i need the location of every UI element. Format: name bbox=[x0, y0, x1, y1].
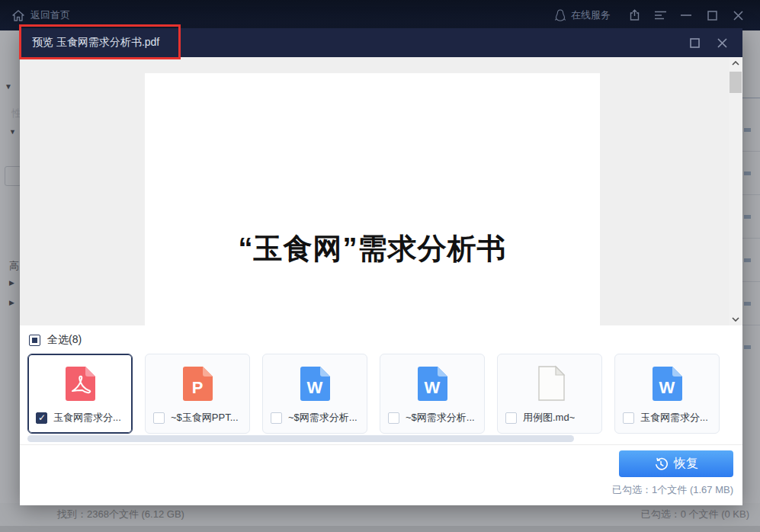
dialog-maximize-button[interactable] bbox=[685, 33, 704, 53]
file-card[interactable]: P ~$玉食网PPT... bbox=[145, 354, 250, 434]
select-all-label: 全选(8) bbox=[47, 333, 82, 347]
pdf-file-icon bbox=[63, 364, 99, 402]
file-card[interactable]: 用例图.md~ bbox=[497, 354, 602, 434]
file-checkbox[interactable] bbox=[623, 412, 634, 424]
status-bar-bottom-strip bbox=[0, 526, 760, 532]
list-icon-remnant bbox=[744, 345, 751, 349]
list-icon-remnant bbox=[744, 128, 751, 132]
online-service-button[interactable]: 在线服务 bbox=[554, 8, 611, 22]
ppt-file-icon: P bbox=[180, 364, 216, 402]
list-icon-remnant bbox=[744, 302, 751, 306]
expand-arrow-icon: ▶ bbox=[9, 299, 14, 306]
file-checkbox[interactable] bbox=[153, 412, 165, 424]
list-icon-remnant bbox=[744, 258, 751, 262]
pdf-page: “玉食网”需求分析书 bbox=[145, 73, 600, 325]
qq-penguin-icon bbox=[554, 9, 566, 22]
dialog-title: 预览 玉食网需求分析书.pdf bbox=[20, 36, 159, 50]
sidebar-partial-glyph: 高 bbox=[9, 259, 19, 273]
word-file-icon: W bbox=[297, 364, 334, 402]
file-card-strip: 玉食网需求分... P ~$玉食网PPT... W bbox=[20, 354, 742, 434]
file-card[interactable]: W ~$网需求分析... bbox=[262, 354, 367, 434]
file-checkbox[interactable] bbox=[271, 412, 282, 424]
dialog-selected-summary: 已勾选：1个文件 (1.67 MB) bbox=[612, 483, 733, 497]
back-home-label: 返回首页 bbox=[30, 8, 70, 22]
file-name: 玉食网需求分... bbox=[640, 411, 708, 425]
sidebar-button-outline bbox=[5, 166, 21, 186]
file-name: ~$玉食网PPT... bbox=[171, 411, 239, 425]
footer-divider bbox=[20, 444, 742, 445]
back-home-button[interactable]: 返回首页 bbox=[0, 8, 70, 22]
list-icon-remnant bbox=[744, 171, 751, 175]
file-name: 用例图.md~ bbox=[523, 411, 575, 425]
horizontal-scrollbar-thumb[interactable] bbox=[27, 435, 574, 442]
app-titlebar: 返回首页 在线服务 bbox=[0, 0, 760, 30]
restore-button-label: 恢复 bbox=[674, 456, 698, 472]
file-checkbox[interactable] bbox=[505, 412, 517, 424]
scroll-down-icon[interactable] bbox=[729, 313, 742, 325]
restore-history-icon bbox=[654, 457, 668, 471]
home-icon bbox=[12, 10, 24, 21]
scroll-up-icon[interactable] bbox=[729, 57, 742, 69]
file-checkbox[interactable] bbox=[36, 412, 47, 424]
svg-text:P: P bbox=[192, 378, 204, 397]
file-name: ~$网需求分析... bbox=[288, 411, 358, 425]
svg-text:W: W bbox=[307, 378, 323, 397]
file-name: 玉食网需求分... bbox=[53, 411, 121, 425]
selected-files-text: 已勾选：0 个文件 (0 KB) bbox=[641, 508, 749, 521]
file-card[interactable]: 玉食网需求分... bbox=[27, 354, 133, 434]
maximize-button[interactable] bbox=[699, 0, 725, 30]
file-card[interactable]: W 玉食网需求分... bbox=[614, 354, 720, 434]
restore-button[interactable]: 恢复 bbox=[619, 450, 733, 477]
expand-arrow-icon: ▶ bbox=[9, 279, 14, 287]
word-file-icon: W bbox=[415, 364, 451, 402]
file-card[interactable]: W ~$网需求分析... bbox=[380, 354, 485, 434]
menu-icon[interactable] bbox=[647, 0, 673, 30]
pdf-document-title: “玉食网”需求分析书 bbox=[145, 229, 600, 268]
file-checkbox[interactable] bbox=[388, 412, 399, 424]
scrollbar-thumb[interactable] bbox=[730, 72, 742, 93]
pdf-preview-area: “玉食网”需求分析书 bbox=[20, 57, 729, 325]
share-button[interactable] bbox=[621, 0, 647, 30]
blank-file-icon bbox=[532, 364, 569, 402]
select-all-control[interactable]: 全选(8) bbox=[29, 333, 82, 347]
select-all-checkbox[interactable] bbox=[29, 335, 40, 346]
dialog-header: 预览 玉食网需求分析书.pdf bbox=[20, 28, 742, 57]
svg-text:W: W bbox=[659, 378, 675, 397]
word-file-icon: W bbox=[649, 364, 686, 402]
online-service-label: 在线服务 bbox=[571, 8, 611, 22]
dialog-close-button[interactable] bbox=[712, 33, 732, 53]
preview-vertical-scrollbar[interactable] bbox=[729, 57, 742, 325]
app-status-bar: 找到：2368个文件 (6.12 GB) 已勾选：0 个文件 (0 KB) bbox=[0, 503, 760, 526]
minimize-button[interactable] bbox=[673, 0, 699, 30]
file-name: ~$网需求分析... bbox=[406, 411, 475, 425]
found-files-text: 找到：2368个文件 (6.12 GB) bbox=[57, 508, 184, 521]
collapse-arrow-icon: ▼ bbox=[5, 82, 12, 91]
close-button[interactable] bbox=[725, 0, 751, 30]
collapse-arrow-icon: ▼ bbox=[9, 128, 16, 136]
svg-text:W: W bbox=[425, 378, 441, 397]
list-icon-remnant bbox=[744, 215, 751, 219]
preview-dialog: 预览 玉食网需求分析书.pdf “玉食网”需求分析书 全选(8) bbox=[20, 28, 742, 505]
